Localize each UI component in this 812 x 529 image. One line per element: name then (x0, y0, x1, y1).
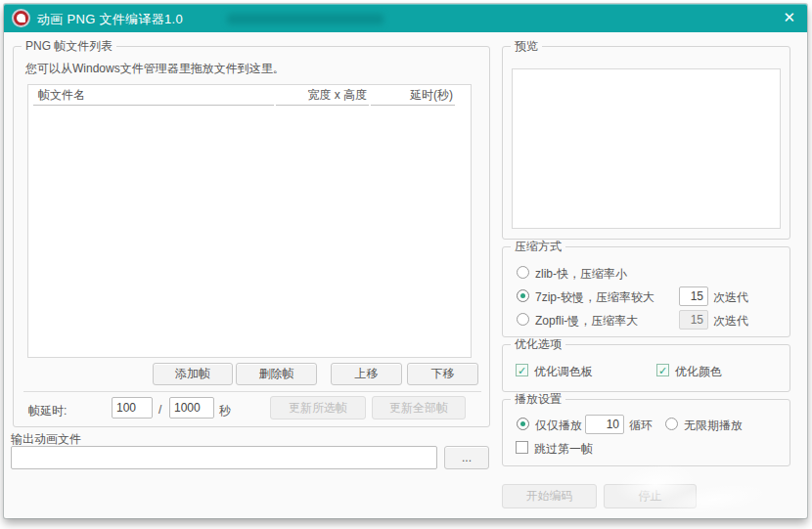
infinite-play-label: 无限期播放 (684, 418, 743, 434)
browse-button[interactable]: ... (444, 446, 489, 469)
column-header-delay: 延时(秒) (371, 85, 455, 106)
add-frame-button[interactable]: 添加帧 (153, 363, 233, 385)
optimization-group-title: 优化选项 (511, 337, 565, 351)
zopfli-radio[interactable] (517, 313, 529, 326)
zopfli-radio-label: Zopfli-慢，压缩率大 (535, 313, 638, 330)
frame-list-group: PNG 帧文件列表 您可以从Windows文件管理器里拖放文件到这里。 帧文件名… (13, 46, 490, 427)
blurred-watermark (227, 14, 383, 24)
frame-list-table[interactable]: 帧文件名 宽度 x 高度 延时(秒) (27, 84, 472, 358)
skip-first-frame-label: 跳过第一帧 (534, 441, 593, 458)
delay-denominator-input[interactable] (169, 397, 214, 419)
remove-frame-button[interactable]: 删除帧 (236, 363, 317, 385)
play-count-radio[interactable] (517, 418, 529, 430)
zlib-radio-label: zlib-快，压缩率小 (535, 266, 627, 283)
compression-group-title: 压缩方式 (511, 240, 565, 253)
app-logo-icon (12, 9, 30, 27)
update-selected-frames-button[interactable]: 更新所选帧 (270, 396, 366, 419)
titlebar: 动画 PNG 文件编译器1.0 ✕ (4, 4, 807, 32)
column-header-filename: 帧文件名 (33, 85, 274, 106)
zlib-radio[interactable] (517, 266, 529, 279)
delay-numerator-input[interactable] (112, 397, 153, 419)
optimization-group: 优化选项 ✓ 优化调色板 ✓ 优化颜色 (502, 344, 790, 392)
loop-unit-label: 循环 (629, 418, 653, 434)
column-header-size: 宽度 x 高度 (276, 85, 369, 106)
sevenzip-radio[interactable] (517, 289, 529, 302)
optimize-palette-label: 优化调色板 (534, 364, 593, 380)
drag-drop-hint: 您可以从Windows文件管理器里拖放文件到这里。 (25, 61, 285, 77)
skip-first-frame-checkbox[interactable] (516, 441, 528, 454)
update-all-frames-button[interactable]: 更新全部帧 (372, 396, 466, 419)
sevenzip-iterations-input[interactable] (679, 287, 708, 306)
sevenzip-radio-label: 7zip-较慢，压缩率较大 (535, 289, 654, 306)
start-encoding-button[interactable]: 开始编码 (502, 484, 597, 508)
app-logo-glyph (17, 14, 25, 22)
close-icon[interactable]: ✕ (783, 9, 795, 26)
preview-group-title: 预览 (511, 39, 542, 53)
playback-group: 播放设置 仅仅播放 循环 无限期播放 跳过第一帧 (502, 399, 790, 466)
window-title: 动画 PNG 文件编译器1.0 (37, 11, 183, 28)
move-up-button[interactable]: 上移 (331, 363, 402, 385)
zopfli-iterations-input[interactable] (679, 310, 708, 330)
playback-group-title: 播放设置 (511, 392, 565, 406)
divider (23, 391, 481, 392)
delay-unit-label: 秒 (219, 403, 231, 419)
optimize-color-checkbox[interactable]: ✓ (656, 364, 669, 376)
frame-list-header: 帧文件名 宽度 x 高度 延时(秒) (33, 85, 457, 106)
compression-group: 压缩方式 zlib-快，压缩率小 7zip-较慢，压缩率较大 次迭代 Zopfl… (502, 246, 790, 337)
optimize-palette-checkbox[interactable]: ✓ (516, 364, 528, 376)
delay-separator: / (158, 403, 161, 417)
zopfli-iterations-unit: 次迭代 (713, 313, 748, 330)
sevenzip-iterations-unit: 次迭代 (713, 289, 748, 306)
loop-count-input[interactable] (585, 415, 624, 434)
frame-delay-label: 帧延时: (28, 403, 67, 419)
preview-canvas (512, 68, 781, 229)
stop-button[interactable]: 停止 (604, 484, 697, 508)
preview-group: 预览 (502, 46, 790, 240)
infinite-play-radio[interactable] (665, 418, 678, 430)
output-path-input[interactable] (11, 446, 437, 469)
move-down-button[interactable]: 下移 (407, 363, 478, 385)
frame-list-group-title: PNG 帧文件列表 (22, 39, 116, 53)
app-window: 动画 PNG 文件编译器1.0 ✕ PNG 帧文件列表 您可以从Windows文… (4, 4, 807, 518)
play-count-label: 仅仅播放 (535, 418, 582, 434)
optimize-color-label: 优化颜色 (675, 364, 722, 380)
